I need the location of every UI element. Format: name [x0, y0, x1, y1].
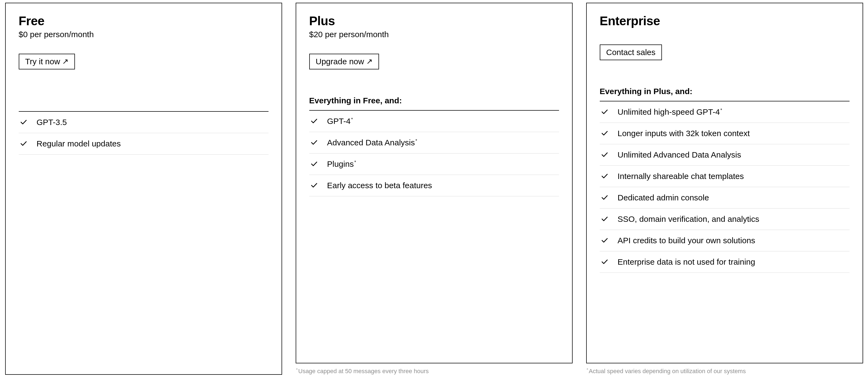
feature-item: Unlimited high-speed GPT-4* [600, 101, 849, 123]
asterisk-icon: * [354, 160, 356, 165]
feature-item: GPT-3.5 [19, 112, 269, 133]
feature-text: Regular model updates [37, 139, 121, 148]
feature-item: Regular model updates [19, 133, 269, 154]
feature-text: Unlimited Advanced Data Analysis [618, 150, 741, 160]
footnote-text: Actual speed varies depending on utiliza… [589, 368, 746, 375]
check-icon [310, 182, 318, 189]
feature-text: Early access to beta features [327, 181, 432, 190]
check-icon [20, 140, 27, 147]
feature-text: Longer inputs with 32k token context [618, 129, 750, 138]
check-icon [601, 151, 609, 159]
feature-text: API credits to build your own solutions [618, 236, 755, 245]
feature-text: GPT-4* [327, 116, 353, 126]
plan-card: EnterpriseContact salesEverything in Plu… [586, 3, 863, 363]
plan-cta-label: Try it now [25, 57, 60, 66]
feature-item: Longer inputs with 32k token context [600, 123, 849, 144]
feature-list: GPT-4*Advanced Data Analysis*Plugins*Ear… [309, 111, 559, 196]
asterisk-icon: * [587, 367, 588, 372]
check-icon [601, 130, 609, 137]
check-icon [310, 160, 318, 168]
check-icon [601, 237, 609, 244]
feature-text: Enterprise data is not used for training [618, 257, 755, 267]
feature-text: Plugins* [327, 160, 356, 169]
plan-title: Enterprise [600, 13, 849, 28]
features-header: Everything in Plus, and: [600, 87, 849, 101]
check-icon [601, 108, 609, 116]
feature-list: Unlimited high-speed GPT-4*Longer inputs… [600, 101, 849, 273]
feature-text: Advanced Data Analysis* [327, 138, 417, 147]
plan-cta-button[interactable]: Try it now↗ [19, 54, 75, 69]
check-icon [601, 172, 609, 180]
plan-footnote: *Actual speed varies depending on utiliz… [586, 367, 863, 375]
check-icon [601, 194, 609, 202]
feature-item: Unlimited Advanced Data Analysis [600, 144, 849, 166]
plan-column-enterprise: EnterpriseContact salesEverything in Plu… [586, 3, 863, 375]
arrow-icon: ↗ [366, 58, 372, 65]
plan-footnote: *Usage capped at 50 messages every three… [296, 367, 572, 375]
feature-item: Enterprise data is not used for training [600, 251, 849, 273]
asterisk-icon: * [720, 108, 722, 112]
features-header-spacer [19, 96, 269, 112]
check-icon [20, 118, 27, 126]
plan-card: Plus$20 per person/monthUpgrade now↗Ever… [296, 3, 572, 363]
plan-cta-button[interactable]: Upgrade now↗ [309, 54, 379, 69]
arrow-icon: ↗ [62, 58, 68, 65]
feature-item: Plugins* [309, 153, 559, 175]
plan-cta-label: Contact sales [606, 48, 656, 57]
plan-price: $0 per person/month [19, 30, 269, 39]
feature-item: GPT-4* [309, 111, 559, 132]
feature-item: Dedicated admin console [600, 187, 849, 209]
plan-column-plus: Plus$20 per person/monthUpgrade now↗Ever… [296, 3, 572, 375]
feature-item: Advanced Data Analysis* [309, 132, 559, 153]
asterisk-icon: * [415, 138, 417, 143]
feature-item: Early access to beta features [309, 175, 559, 196]
feature-item: SSO, domain verification, and analytics [600, 209, 849, 230]
features-header: Everything in Free, and: [309, 96, 559, 111]
feature-item: API credits to build your own solutions [600, 230, 849, 251]
feature-text: SSO, domain verification, and analytics [618, 214, 760, 224]
plan-card: Free$0 per person/monthTry it now↗GPT-3.… [5, 3, 282, 375]
check-icon [310, 139, 318, 146]
asterisk-icon: * [351, 117, 353, 122]
plan-cta-button[interactable]: Contact sales [600, 44, 662, 60]
feature-text: Internally shareable chat templates [618, 172, 744, 181]
feature-text: Dedicated admin console [618, 193, 709, 202]
check-icon [310, 117, 318, 125]
feature-text: Unlimited high-speed GPT-4* [618, 107, 722, 116]
plan-column-free: Free$0 per person/monthTry it now↗GPT-3.… [5, 3, 282, 375]
footnote-text: Usage capped at 50 messages every three … [299, 368, 429, 375]
feature-text: GPT-3.5 [37, 118, 67, 127]
asterisk-icon: * [296, 367, 298, 372]
check-icon [601, 215, 609, 223]
check-icon [601, 258, 609, 266]
feature-item: Internally shareable chat templates [600, 166, 849, 187]
plan-title: Free [19, 13, 269, 28]
plan-title: Plus [309, 13, 559, 28]
plan-cta-label: Upgrade now [316, 57, 364, 66]
feature-list: GPT-3.5Regular model updates [19, 112, 269, 154]
pricing-container: Free$0 per person/monthTry it now↗GPT-3.… [3, 3, 865, 375]
plan-price: $20 per person/month [309, 30, 559, 39]
